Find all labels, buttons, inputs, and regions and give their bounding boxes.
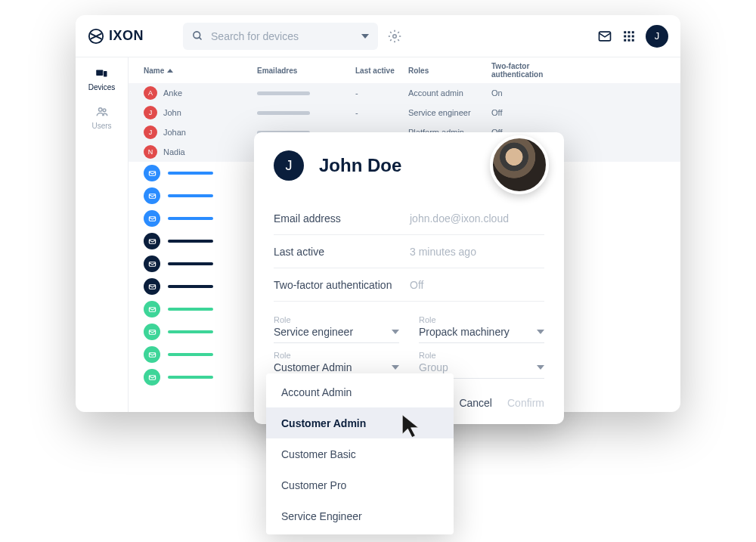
item-bar	[168, 353, 213, 356]
svg-point-2	[393, 34, 397, 38]
mail-icon	[144, 210, 160, 227]
tfa-value: Off	[410, 279, 423, 291]
dropdown-option[interactable]: Customer Basic	[266, 438, 454, 469]
svg-rect-8	[628, 35, 631, 37]
mail-icon	[144, 187, 160, 204]
row-avatar: J	[144, 106, 157, 119]
last-active-label: Last active	[274, 246, 410, 258]
dropdown-option[interactable]: Service Engineer	[266, 500, 454, 531]
row-role: Account admin	[408, 88, 491, 98]
search-icon	[192, 30, 203, 42]
last-active-value: 3 minutes ago	[410, 246, 476, 258]
svg-rect-10	[624, 39, 626, 41]
email-label: Email address	[274, 212, 410, 225]
row-avatar: A	[144, 86, 157, 100]
sort-asc-icon	[167, 69, 173, 73]
item-bar	[168, 217, 213, 220]
confirm-button[interactable]: Confirm	[507, 397, 544, 409]
item-bar	[168, 194, 213, 197]
row-name: Johan	[163, 128, 186, 137]
svg-point-15	[98, 108, 102, 112]
settings-button[interactable]	[387, 29, 402, 44]
svg-rect-4	[624, 31, 626, 33]
search-bar[interactable]	[183, 23, 378, 50]
mail-icon	[144, 324, 160, 340]
column-roles[interactable]: Roles	[408, 67, 491, 75]
mail-icon	[144, 301, 160, 317]
role-label: Role	[419, 351, 544, 360]
row-last-active: -	[355, 108, 408, 117]
column-tfa[interactable]: Two-factor authentication	[491, 62, 567, 79]
item-bar	[168, 376, 213, 379]
column-last-active[interactable]: Last active	[355, 67, 408, 75]
column-name[interactable]: Name	[144, 67, 257, 75]
chevron-down-icon	[392, 365, 399, 370]
svg-rect-7	[624, 35, 626, 37]
user-avatar[interactable]: J	[646, 25, 668, 48]
item-bar	[168, 240, 213, 243]
table-row[interactable]: JJohn-Service engineerOff	[129, 103, 680, 122]
mail-icon	[144, 278, 160, 295]
mail-icon	[144, 233, 160, 249]
table-header: Name Emailadres Last active Roles Two-fa…	[129, 57, 680, 83]
row-name: John	[163, 108, 181, 117]
row-name: Nadia	[163, 147, 185, 156]
logo-icon	[88, 28, 104, 45]
svg-rect-6	[632, 31, 634, 33]
gear-icon	[388, 29, 401, 43]
row-tfa: On	[491, 88, 567, 98]
topbar: IXON J	[76, 15, 680, 57]
role-dropdown: Account AdminCustomer AdminCustomer Basi…	[266, 373, 454, 534]
chevron-down-icon	[537, 365, 544, 370]
row-tfa: Off	[491, 108, 567, 117]
column-email[interactable]: Emailadres	[257, 67, 355, 75]
sidebar-devices-label: Devices	[88, 83, 116, 91]
field-email: Email address john.doe@ixon.cloud	[274, 202, 544, 235]
svg-point-1	[194, 32, 200, 39]
dropdown-option[interactable]: Customer Admin	[266, 407, 454, 438]
sidebar-item-devices[interactable]: Devices	[88, 67, 116, 91]
sidebar-users-label: Users	[91, 122, 111, 130]
search-dropdown-icon[interactable]	[361, 34, 369, 39]
mail-icon	[144, 369, 160, 386]
sidebar: Devices Users	[76, 57, 129, 412]
item-bar	[168, 262, 213, 265]
item-bar	[168, 172, 213, 175]
role-select-2[interactable]: Role Propack machinery	[419, 315, 544, 343]
svg-rect-14	[104, 71, 107, 77]
sidebar-item-users[interactable]: Users	[91, 105, 111, 130]
cancel-button[interactable]: Cancel	[459, 397, 492, 409]
field-tfa: Two-factor authentication Off	[274, 268, 544, 302]
item-bar	[168, 308, 213, 311]
chevron-down-icon	[537, 330, 544, 334]
role-label: Role	[274, 315, 399, 324]
mail-icon	[144, 165, 160, 181]
svg-rect-9	[632, 35, 634, 37]
search-input[interactable]	[211, 30, 354, 42]
svg-rect-11	[628, 39, 631, 41]
dropdown-option[interactable]: Customer Pro	[266, 469, 454, 500]
mail-button[interactable]	[597, 29, 612, 44]
mail-icon	[144, 256, 160, 272]
role-label: Role	[274, 351, 399, 360]
tfa-label: Two-factor authentication	[274, 279, 410, 291]
apps-button[interactable]	[621, 29, 637, 44]
mail-icon	[144, 346, 160, 363]
devices-icon	[94, 67, 109, 80]
row-last-active: -	[355, 88, 408, 98]
row-avatar: N	[144, 145, 157, 159]
svg-rect-13	[97, 70, 104, 76]
role-label: Role	[419, 315, 544, 324]
mail-icon	[597, 29, 612, 44]
table-row[interactable]: AAnke-Account adminOn	[129, 83, 680, 103]
modal-avatar: J	[274, 150, 304, 181]
modal-user-photo	[490, 135, 549, 194]
dropdown-option[interactable]: Account Admin	[266, 376, 454, 407]
role-select-1[interactable]: Role Service engineer	[274, 315, 399, 343]
svg-rect-12	[632, 39, 634, 41]
item-bar	[168, 330, 213, 333]
field-last-active: Last active 3 minutes ago	[274, 235, 544, 268]
row-name: Anke	[163, 88, 182, 98]
apps-icon	[622, 29, 636, 43]
email-value: john.doe@ixon.cloud	[410, 212, 509, 225]
